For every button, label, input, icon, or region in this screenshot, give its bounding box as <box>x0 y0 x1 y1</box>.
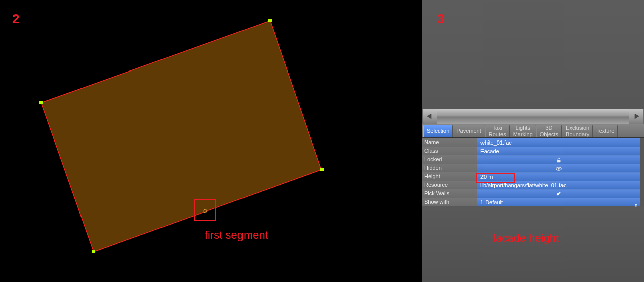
triangle-right-icon <box>633 113 640 119</box>
tab-pavement[interactable]: Pavement <box>453 125 485 137</box>
tab-texture[interactable]: Texture <box>593 125 618 137</box>
prop-row-height: Height 20 m <box>422 172 640 181</box>
step-number-2: 2 <box>12 11 19 27</box>
inspector-empty-area: facade height <box>422 206 644 282</box>
class-field[interactable]: Facade <box>477 147 640 155</box>
vertex-handle[interactable] <box>39 101 43 104</box>
svg-rect-3 <box>557 160 560 162</box>
triangle-left-icon <box>426 113 433 119</box>
step-number-3: 3 <box>437 11 444 27</box>
tab-taxi-routes[interactable]: Taxi Routes <box>485 125 510 137</box>
preview-area[interactable]: 3 <box>422 0 644 109</box>
prop-row-class: Class Facade <box>422 147 640 155</box>
first-segment-label: first segment <box>205 229 268 242</box>
facade-height-label: facade height <box>493 232 559 245</box>
property-table: Name white_01.fac Class Facade Locked Hi… <box>422 138 644 206</box>
prop-row-locked: Locked <box>422 155 640 164</box>
prop-label: Show with <box>422 198 477 206</box>
showwith-dropdown[interactable]: 1 Default ⇕ <box>477 198 640 206</box>
prop-row-resource: Resource lib/airport/hangars/flat/white_… <box>422 181 640 189</box>
prop-label: Height <box>422 172 477 181</box>
horizontal-scrollbar[interactable] <box>422 109 644 124</box>
name-field[interactable]: white_01.fac <box>477 138 640 147</box>
eye-icon <box>555 166 562 172</box>
tab-bar: Selection Pavement Taxi Routes Lights Ma… <box>422 124 644 138</box>
svg-marker-2 <box>635 114 639 119</box>
height-highlight-box <box>476 173 515 183</box>
vertex-handle[interactable] <box>92 250 95 253</box>
prop-row-pickwalls: Pick Walls ✔ <box>422 189 640 198</box>
vertex-handle[interactable] <box>320 168 324 171</box>
scroll-track[interactable] <box>437 109 629 124</box>
locked-toggle[interactable] <box>477 155 640 164</box>
scroll-left-button[interactable] <box>422 109 437 124</box>
chevron-updown-icon: ⇕ <box>634 201 638 210</box>
prop-row-name: Name white_01.fac <box>422 138 640 147</box>
vertex-handle[interactable] <box>268 19 272 22</box>
prop-label: Hidden <box>422 164 477 172</box>
tab-selection[interactable]: Selection <box>423 125 453 137</box>
tab-lights-marking[interactable]: Lights Marking <box>510 125 536 137</box>
prop-label: Locked <box>422 155 477 164</box>
tab-exclusion-boundary[interactable]: Exclusion Boundary <box>562 125 593 137</box>
tab-3d-objects[interactable]: 3D Objects <box>536 125 562 137</box>
first-segment-highlight-box <box>194 199 216 221</box>
prop-row-hidden: Hidden <box>422 164 640 172</box>
showwith-value: 1 Default <box>480 199 503 205</box>
lock-open-icon <box>555 157 562 163</box>
prop-label: Name <box>422 138 477 147</box>
prop-label: Class <box>422 147 477 155</box>
svg-marker-0 <box>41 21 321 252</box>
prop-row-showwith: Show with 1 Default ⇕ <box>422 198 640 206</box>
svg-marker-1 <box>427 114 431 119</box>
pickwalls-checkbox[interactable]: ✔ <box>477 189 640 198</box>
prop-label: Resource <box>422 181 477 189</box>
prop-label: Pick Walls <box>422 189 477 198</box>
checkmark-icon: ✔ <box>556 190 561 197</box>
scroll-right-button[interactable] <box>629 109 644 124</box>
inspector-panel: 3 Selection Pavement Taxi Routes Lights … <box>422 0 644 282</box>
svg-point-5 <box>558 168 560 170</box>
viewport-2d[interactable]: 2 first segment <box>0 0 422 282</box>
hidden-toggle[interactable] <box>477 164 640 172</box>
